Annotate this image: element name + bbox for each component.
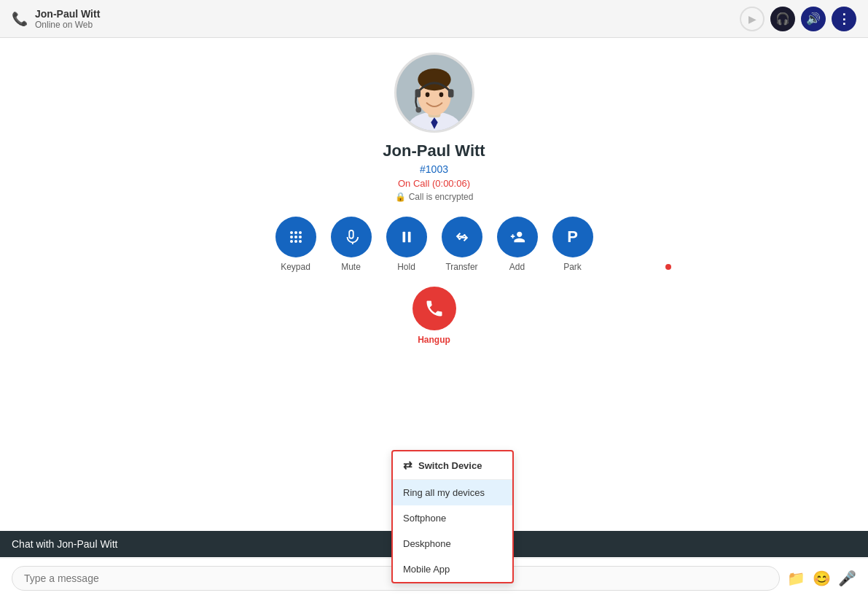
audio-button[interactable]: 🔊: [801, 7, 826, 31]
svg-point-14: [290, 236, 293, 238]
svg-rect-8: [415, 89, 421, 97]
svg-point-19: [299, 240, 302, 243]
hold-label: Hold: [397, 262, 415, 272]
transfer-button[interactable]: [442, 217, 482, 257]
dot-marker: [665, 264, 671, 270]
svg-rect-20: [402, 232, 405, 243]
call-buttons-row: Keypad Mute Hold: [275, 217, 593, 272]
main-content: Jon-Paul Witt #1003 On Call (0:00:06) 🔒 …: [0, 38, 868, 528]
transfer-label: Transfer: [445, 262, 477, 272]
avatar: [394, 53, 474, 133]
header-user-info: Jon-Paul Witt Online on Web: [35, 8, 100, 30]
park-wrap: P Park: [552, 217, 593, 272]
person-name: Jon-Paul Witt: [383, 141, 485, 160]
add-button[interactable]: [497, 217, 538, 257]
emoji-icon[interactable]: 😊: [813, 570, 831, 587]
chat-bar-label: Chat with Jon-Paul Witt: [12, 538, 118, 550]
add-wrap: Add: [497, 217, 538, 272]
svg-point-17: [290, 240, 293, 243]
lock-icon: 🔒: [395, 192, 406, 202]
svg-point-7: [415, 107, 421, 113]
switch-icon: ⇄: [403, 459, 413, 472]
person-extension: #1003: [420, 163, 448, 175]
mute-wrap: Mute: [331, 217, 372, 272]
svg-point-18: [294, 240, 297, 243]
switch-device-dropdown: ⇄ Switch Device Ring all my devices Soft…: [391, 450, 514, 583]
svg-rect-21: [407, 232, 410, 243]
encryption-label: Call is encrypted: [409, 192, 474, 202]
hangup-wrap: Hangup: [413, 287, 456, 345]
svg-point-6: [439, 93, 443, 98]
svg-point-5: [425, 93, 429, 98]
attachment-icon[interactable]: 📁: [787, 570, 805, 587]
softphone-item[interactable]: Softphone: [393, 505, 512, 531]
header-status: Online on Web: [35, 20, 100, 30]
park-button[interactable]: P: [552, 217, 593, 257]
header-right: ▶ 🎧 🔊 ⋮: [740, 7, 856, 31]
header-username: Jon-Paul Witt: [35, 8, 100, 20]
microphone-icon[interactable]: 🎤: [838, 570, 856, 587]
headset-button[interactable]: 🎧: [770, 7, 795, 31]
encryption-status: 🔒 Call is encrypted: [395, 192, 474, 202]
dropdown-header: ⇄ Switch Device: [393, 451, 512, 480]
svg-point-13: [299, 231, 302, 234]
play-button[interactable]: ▶: [740, 7, 765, 31]
keypad-button[interactable]: [275, 217, 316, 257]
header-left: 📞 Jon-Paul Witt Online on Web: [12, 8, 740, 30]
avatar-svg: [396, 55, 472, 131]
svg-point-16: [299, 236, 302, 238]
switch-device-title: Switch Device: [418, 460, 482, 471]
hangup-label: Hangup: [418, 335, 450, 345]
svg-point-12: [294, 231, 297, 234]
transfer-wrap: Transfer: [442, 217, 482, 272]
header: 📞 Jon-Paul Witt Online on Web ▶ 🎧 🔊 ⋮: [0, 0, 868, 38]
park-label: Park: [563, 262, 582, 272]
add-label: Add: [509, 262, 525, 272]
ring-all-item[interactable]: Ring all my devices: [393, 480, 512, 505]
svg-rect-9: [447, 89, 453, 97]
mobile-app-item[interactable]: Mobile App: [393, 556, 512, 582]
deskphone-item[interactable]: Deskphone: [393, 531, 512, 556]
more-button[interactable]: ⋮: [832, 7, 856, 31]
keypad-wrap: Keypad: [275, 217, 316, 272]
keypad-label: Keypad: [281, 262, 310, 272]
mute-label: Mute: [341, 262, 361, 272]
svg-point-15: [294, 236, 297, 238]
hold-wrap: Hold: [386, 217, 427, 272]
hangup-button[interactable]: [413, 287, 456, 330]
phone-icon: 📞: [12, 11, 28, 27]
hold-button[interactable]: [386, 217, 427, 257]
call-status: On Call (0:00:06): [398, 178, 470, 189]
mute-button[interactable]: [331, 217, 372, 257]
svg-point-11: [290, 231, 293, 234]
